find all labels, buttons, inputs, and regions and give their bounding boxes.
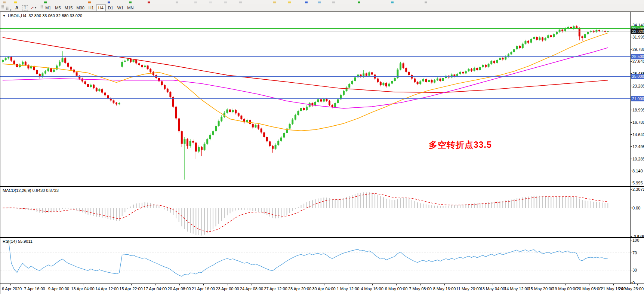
toolbar-icon-fragment[interactable] <box>176 1 178 3</box>
rsi-panel[interactable]: 10070300 <box>0 238 644 284</box>
toolbar-icon-fragment[interactable] <box>288 1 291 3</box>
svg-text:18.995: 18.995 <box>632 108 644 112</box>
chevron-down-icon[interactable]: ▾ <box>35 6 36 9</box>
svg-text:21.000: 21.000 <box>632 97 644 101</box>
tf-button-D1[interactable]: D1 <box>106 4 115 11</box>
time-label: 24 Apr 08:00 <box>240 287 263 291</box>
svg-text:14.640: 14.640 <box>632 132 644 137</box>
toolbar-icon-fragment[interactable] <box>194 1 197 3</box>
toolbar-icon-fragment[interactable] <box>425 1 427 3</box>
time-label: 28 Apr 20:00 <box>288 287 311 291</box>
toolbar-icon-fragment[interactable] <box>108 1 110 3</box>
toolbar-icon-fragment[interactable] <box>3 1 6 3</box>
tf-button-M30[interactable]: M30 <box>74 4 86 11</box>
svg-text:16.785: 16.785 <box>632 120 644 125</box>
tf-button-W1[interactable]: W1 <box>115 4 126 11</box>
toolbar-icon-fragment[interactable] <box>239 1 242 3</box>
svg-text:23.285: 23.285 <box>632 84 644 88</box>
macd-panel[interactable]: 2.30720.00-3.5484 <box>0 187 644 237</box>
tf-button-M1[interactable]: M1 <box>43 4 53 11</box>
tf-button-H4[interactable]: H4 <box>96 4 106 11</box>
svg-text:0.00: 0.00 <box>632 206 640 210</box>
time-label: 8 May 16:00 <box>433 287 456 291</box>
toolbar-icon-fragment[interactable] <box>358 1 360 3</box>
timeframe-button-group: M1M5M15M30H1H4D1W1MN <box>43 4 135 11</box>
time-tick <box>131 284 132 285</box>
toolbar-drag-handle[interactable] <box>1 5 4 11</box>
time-tick <box>300 284 300 285</box>
toolbar-icon-fragment[interactable] <box>44 1 47 3</box>
main-price-chart[interactable]: 34.14031.99529.78527.64025.48523.28518.9… <box>0 12 644 186</box>
symbol-dropdown-icon[interactable]: ▼ <box>3 14 6 18</box>
svg-text:8.140: 8.140 <box>632 169 643 173</box>
time-tick <box>396 284 397 285</box>
toolbar-icon-fragment[interactable] <box>318 1 321 3</box>
rsi-indicator-label: RSI(14) 55.9011 <box>3 239 33 244</box>
time-label: 20 Apr 08:00 <box>167 287 191 291</box>
time-label: 13 Apr 04:00 <box>71 287 94 291</box>
time-label: 7 May 08:00 <box>409 287 432 291</box>
time-tick <box>276 284 276 285</box>
time-tick <box>324 284 324 285</box>
toolbar-icon-fragment[interactable] <box>391 1 394 3</box>
time-tick <box>469 284 469 285</box>
crosshair-grid-tool-button[interactable]: F <box>5 4 12 11</box>
toolbar-drag-handle[interactable] <box>40 5 43 11</box>
grid-f-label: F <box>10 8 12 12</box>
time-label: 6 Apr 2020 <box>2 287 22 291</box>
time-tick <box>107 284 107 285</box>
time-label: 23 Apr 00:00 <box>216 287 239 291</box>
time-tick <box>613 284 614 285</box>
toolbar-icon-fragment[interactable] <box>305 1 308 3</box>
tf-button-M5[interactable]: M5 <box>53 4 63 11</box>
time-label: 20 May 08:00 <box>577 287 602 291</box>
toolbar-icon-fragment[interactable] <box>88 1 91 3</box>
toolbar-icon-fragment[interactable] <box>129 1 132 3</box>
arrow-icon: ↗ <box>30 5 34 10</box>
svg-text:29.785: 29.785 <box>632 47 644 52</box>
toolbar-icon-fragment[interactable] <box>148 1 150 3</box>
macd-indicator-label: MACD(12,26,9) 0.6430 0.8733 <box>3 188 59 193</box>
top-toolbar-partial-row <box>0 0 644 4</box>
annotation-text: 多空转折点33.5 <box>429 139 492 151</box>
ohlc-values: 32.890 33.060 32.880 33.020 <box>28 13 82 18</box>
time-label: 30 Apr 04:00 <box>312 287 335 291</box>
time-label: 15 Apr 22:00 <box>119 287 142 291</box>
tf-button-MN[interactable]: MN <box>125 4 135 11</box>
time-label: 21 Apr 16:00 <box>192 287 215 291</box>
time-tick <box>35 284 35 285</box>
time-tick <box>565 284 566 285</box>
price-badge-28.500: 28.500 <box>631 54 644 59</box>
price-badge-25.000: 25.000 <box>631 74 644 79</box>
svg-text:2.3072: 2.3072 <box>632 187 644 192</box>
toolbar-icon-fragment[interactable] <box>273 1 276 3</box>
time-axis[interactable]: 6 Apr 20207 Apr 16:009 Apr 00:0013 Apr 0… <box>0 284 644 294</box>
time-label: 14 Apr 12:00 <box>95 287 118 291</box>
time-tick <box>372 284 373 285</box>
svg-text:12.495: 12.495 <box>632 144 644 149</box>
toolbar-icon-fragment[interactable] <box>332 1 335 3</box>
svg-text:33.020: 33.020 <box>632 29 644 34</box>
price-badge-21.000: 21.000 <box>631 96 644 101</box>
text-box-tool-button[interactable]: T <box>21 4 29 11</box>
time-label: 6 May 00:00 <box>385 287 408 291</box>
toolbar-icon-fragment[interactable] <box>14 1 17 3</box>
svg-text:27.640: 27.640 <box>632 59 644 64</box>
tf-button-M15[interactable]: M15 <box>63 4 74 11</box>
svg-text:70: 70 <box>632 251 637 255</box>
arrows-tool-button[interactable]: ↗ ▾ <box>30 4 37 11</box>
text-label-tool-button[interactable]: A <box>13 4 21 11</box>
time-tick <box>59 284 59 285</box>
tf-button-H1[interactable]: H1 <box>86 4 96 11</box>
toolbar-icon-fragment[interactable] <box>209 1 212 3</box>
toolbar: F A T ↗ ▾ M1M5M15M30H1H4D1W1MN <box>0 4 644 12</box>
svg-text:30: 30 <box>632 268 637 272</box>
price-badge-33.020: 33.020 <box>631 29 644 34</box>
time-tick <box>348 284 348 285</box>
time-tick <box>83 284 83 285</box>
toolbar-icon-fragment[interactable] <box>224 1 227 3</box>
time-tick <box>541 284 541 285</box>
svg-text:100: 100 <box>632 238 639 242</box>
time-tick <box>203 284 204 285</box>
svg-text:-3.5484: -3.5484 <box>632 235 644 237</box>
